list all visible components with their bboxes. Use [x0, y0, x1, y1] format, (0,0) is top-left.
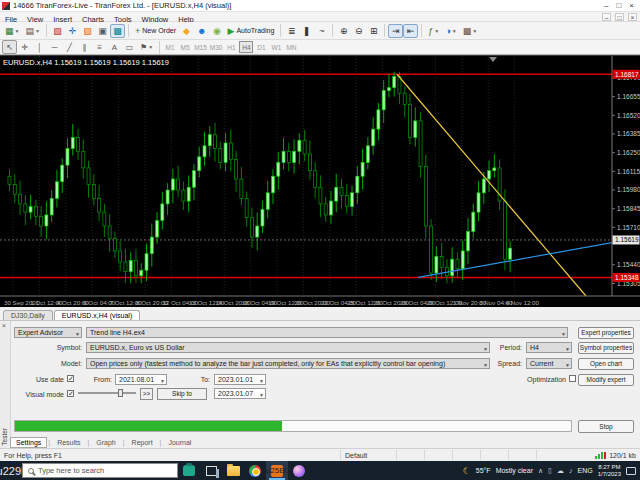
optimization-checkbox[interactable] [569, 375, 576, 382]
scripts-button[interactable]: ◆ [179, 24, 194, 38]
expert-advisor-select[interactable]: Trend line H4.ex4▼ [86, 327, 568, 338]
timeframe-m15[interactable]: M15 [193, 41, 208, 53]
task-view-button[interactable] [200, 461, 222, 480]
timeframe-h1[interactable]: H1 [224, 41, 238, 53]
action-center-icon[interactable] [626, 467, 636, 475]
tester-tab-graph[interactable]: Graph [90, 437, 121, 448]
battery-icon[interactable]: ▯ [548, 467, 552, 475]
chevron-down-icon[interactable]: ▼ [148, 44, 153, 50]
mdi-restore-button[interactable]: □ [615, 13, 624, 21]
tester-tab-results[interactable]: Results [51, 437, 86, 448]
bar-chart-button[interactable]: ≣ [284, 24, 299, 38]
experts-button[interactable]: ☻ [194, 24, 209, 38]
timeframe-mn[interactable]: MN [284, 41, 298, 53]
chevron-down-icon[interactable]: ▼ [472, 28, 477, 34]
timeframe-w1[interactable]: W1 [269, 41, 283, 53]
tester-tab-report[interactable]: Report [126, 437, 159, 448]
skip-date-field[interactable]: 2023.01.07▼ [214, 388, 266, 399]
spread-select[interactable]: Current▼ [526, 358, 572, 369]
candlestick-chart-svg[interactable]: 1.167901.166551.165201.163851.162501.161… [0, 56, 640, 308]
data-window-button[interactable]: ✛ [65, 24, 80, 38]
timeframe-m30[interactable]: M30 [209, 41, 224, 53]
symbol-properties-button[interactable]: Symbol properties [578, 342, 634, 354]
metatrader-button[interactable]: \u25BC [266, 461, 288, 480]
open-chart-button[interactable]: Open chart [578, 358, 634, 370]
vertical-line-tool[interactable]: │ [32, 40, 47, 54]
timeframe-m5[interactable]: M5 [178, 41, 192, 53]
indicators-button[interactable]: ƒ▼ [425, 24, 442, 38]
file-explorer-button[interactable] [222, 461, 244, 480]
news-button[interactable]: ◉ [210, 24, 225, 38]
chart-tab[interactable]: EURUSD.x,H4 (visual) [54, 310, 140, 320]
fibonacci-tool[interactable]: ≡ [92, 40, 107, 54]
fast-forward-button[interactable]: >> [140, 388, 153, 400]
visual-speed-slider[interactable] [78, 389, 136, 396]
timeframe-h4[interactable]: H4 [239, 41, 253, 53]
chevron-down-icon[interactable]: ▼ [452, 28, 457, 34]
strategy-tester-button[interactable]: ▩ [110, 24, 125, 38]
zoom-in-button[interactable]: ⊕ [336, 24, 351, 38]
minimize-button[interactable]: – [604, 1, 608, 11]
tile-windows-button[interactable]: ⊞ [366, 24, 381, 38]
line-chart-button[interactable]: ~ [314, 24, 329, 38]
tester-close-icon[interactable]: × [2, 322, 6, 329]
periods-button[interactable]: ◑▼ [442, 24, 459, 38]
tester-tab-settings[interactable]: Settings [10, 437, 47, 448]
new-chart-button[interactable]: ▦▼ [2, 24, 22, 38]
chevron-down-icon[interactable]: ▼ [434, 28, 439, 34]
channel-tool[interactable]: ∥ [77, 40, 92, 54]
timeframe-m1[interactable]: M1 [163, 41, 177, 53]
from-date-field[interactable]: 2021.08.01▼ [115, 374, 167, 385]
use-date-checkbox[interactable]: ✓ [67, 375, 74, 382]
text-tool[interactable]: A [107, 40, 122, 54]
cloud-icon[interactable]: ☁ [557, 467, 564, 475]
close-button[interactable]: × [629, 1, 634, 11]
stop-button[interactable]: Stop [578, 420, 634, 433]
ea-type-select[interactable]: Expert Advisor▼ [14, 327, 82, 338]
price-chart[interactable]: 1.167901.166551.165201.163851.162501.161… [0, 55, 640, 307]
trendline-tool[interactable]: ╱ [62, 40, 77, 54]
chart-tab[interactable]: DJ30,Daily [3, 310, 53, 320]
visual-mode-checkbox[interactable]: ✓ [67, 390, 74, 397]
cursor-tool[interactable]: ↖ [2, 40, 17, 54]
taskbar-clock[interactable]: 8:27 PM 1/7/2023 [598, 464, 621, 478]
navigator-button[interactable]: ▨ [80, 24, 95, 38]
skip-to-button[interactable]: Skip to [157, 388, 207, 400]
candlestick-chart-button[interactable]: ❚ [299, 24, 314, 38]
weather-moon-icon[interactable]: ☾ [463, 466, 471, 476]
taskbar-search-input[interactable]: Type here to search [22, 463, 178, 478]
modify-expert-button[interactable]: Modify expert [578, 374, 634, 386]
symbol-select[interactable]: EURUSD.x, Euro vs US Dollar▼ [86, 342, 490, 353]
model-select[interactable]: Open prices only (fastest method to anal… [86, 358, 490, 369]
hidden-icons-chevron[interactable]: ∧ [538, 467, 543, 475]
autotrading-button[interactable]: ▶AutoTrading [225, 24, 278, 38]
auto-scroll-button[interactable]: ⇥ [388, 24, 403, 38]
terminal-button[interactable]: ▣ [95, 24, 110, 38]
chevron-down-icon[interactable]: ▼ [15, 28, 20, 34]
expert-properties-button[interactable]: Expert properties [578, 327, 634, 339]
taskbar-app-button[interactable] [288, 461, 310, 480]
chevron-down-icon[interactable]: ▼ [35, 28, 40, 34]
to-date-field[interactable]: 2023.01.01▼ [214, 374, 266, 385]
crosshair-tool[interactable]: ✛ [17, 40, 32, 54]
taskbar-widgets-icon[interactable] [178, 461, 200, 480]
arrows-tool[interactable]: ⚑▼ [137, 40, 156, 54]
market-watch-button[interactable]: ▧ [50, 24, 65, 38]
timeframe-d1[interactable]: D1 [254, 41, 268, 53]
speaker-icon[interactable]: ♪ [569, 467, 573, 474]
period-select[interactable]: H4▼ [526, 342, 572, 353]
zoom-out-button[interactable]: ⊖ [351, 24, 366, 38]
restore-button[interactable]: □ [616, 1, 621, 11]
language-indicator[interactable]: ENG [577, 467, 592, 474]
start-button[interactable]: \u229E [0, 461, 22, 480]
chart-shift-button[interactable]: ⇤ [403, 24, 418, 38]
profiles-button[interactable]: ▤▼ [22, 24, 42, 38]
weather-temp[interactable]: 55°F [476, 467, 491, 474]
tester-tab-journal[interactable]: Journal [162, 437, 197, 448]
new-order-button[interactable]: +New Order [132, 24, 179, 38]
label-tool[interactable]: ▭ [122, 40, 137, 54]
horizontal-line-tool[interactable]: ─ [47, 40, 62, 54]
mdi-close-button[interactable]: × [628, 13, 637, 21]
mdi-minimize-button[interactable]: – [602, 13, 611, 21]
templates-button[interactable]: ▩▼ [460, 24, 480, 38]
